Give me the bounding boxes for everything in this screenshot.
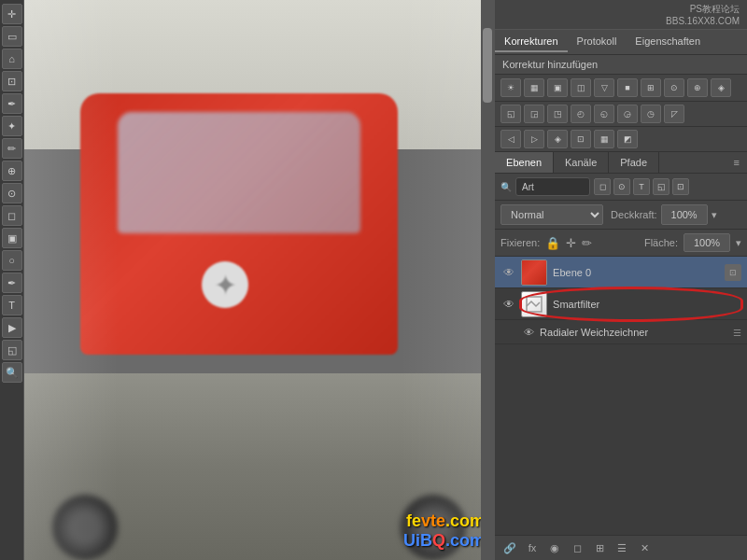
tool-gradient[interactable]: ▣: [2, 228, 22, 248]
icon-extra[interactable]: ◸: [664, 105, 684, 123]
tab-protokoll[interactable]: Protokoll: [568, 32, 627, 52]
fixieren-row: Fixieren: 🔒 ✛ ✏ Fläche: ▾: [495, 230, 747, 257]
canvas-area: ✦ fevte.com UiBQ.com: [24, 0, 494, 560]
icon-color-lookup[interactable]: ◲: [524, 105, 544, 123]
filter-icon-smart[interactable]: ⊡: [672, 178, 689, 195]
fix-icon-move[interactable]: ✛: [566, 236, 576, 250]
tool-shape[interactable]: ◱: [2, 340, 22, 360]
icon-posterize[interactable]: ◴: [571, 105, 591, 123]
toolbar-row3: ◁ ▷ ◈ ⊡ ▦ ◩: [495, 127, 747, 152]
layer-eye-ebene0[interactable]: 👁: [500, 264, 517, 281]
layer-row-smartfilter[interactable]: 👁 Smartfilter: [495, 288, 747, 320]
right-panel: PS教程论坛 BBS.16XX8.COM Korrekturen Protoko…: [494, 0, 747, 560]
watermark: fevte.com UiBQ.com: [403, 511, 485, 551]
tab-eigenschaften[interactable]: Eigenschaften: [626, 32, 710, 52]
bottom-icon-mask[interactable]: ◉: [545, 539, 564, 556]
deckkraft-input[interactable]: [661, 204, 708, 225]
tool-history[interactable]: ⊙: [2, 183, 22, 203]
icon-f[interactable]: ◩: [617, 130, 638, 148]
icon-selective-color[interactable]: ◷: [641, 105, 661, 123]
fix-icon-brush2[interactable]: ✏: [582, 236, 592, 250]
tool-move[interactable]: ✛: [2, 4, 22, 24]
tool-path[interactable]: ▶: [2, 317, 22, 338]
icon-brightness[interactable]: ☀: [500, 78, 521, 97]
layer-thumb-inner-smartfilter: [522, 292, 546, 316]
icon-gradient2[interactable]: ▽: [594, 78, 614, 97]
filter-icon-label: 🔍: [500, 182, 512, 192]
icon-hue-sat[interactable]: ⊞: [641, 78, 661, 97]
icon-curves[interactable]: ▣: [547, 78, 568, 97]
layer-row-radialer[interactable]: 👁 Radialer Weichzeichner ☰: [495, 320, 747, 344]
tool-clone[interactable]: ⊕: [2, 161, 22, 181]
icon-c[interactable]: ◈: [547, 130, 568, 148]
bottom-icon-delete[interactable]: ✕: [635, 539, 654, 556]
icon-a[interactable]: ◁: [500, 130, 521, 148]
icon-d[interactable]: ⊡: [571, 130, 591, 148]
deckkraft-arrow[interactable]: ▾: [712, 209, 717, 221]
filter-icon-adjust[interactable]: ⊙: [613, 178, 630, 195]
layer-eye-radialer[interactable]: 👁: [521, 325, 536, 340]
tool-eyedropper[interactable]: ✒: [2, 93, 22, 114]
filter-input[interactable]: [515, 177, 590, 196]
layer-badge-ebene0: ⊡: [725, 264, 741, 281]
tool-crop[interactable]: ⊡: [2, 71, 22, 91]
tool-select[interactable]: ▭: [2, 26, 22, 47]
layer-thumb-ebene0: [521, 259, 547, 286]
icon-threshold[interactable]: ◵: [594, 105, 614, 123]
icon-b[interactable]: ▷: [524, 130, 544, 148]
layers-panel-wrapper: 👁 Ebene 0 ⊡ 👁: [495, 257, 747, 560]
layers-list: 👁 Ebene 0 ⊡ 👁: [495, 257, 747, 535]
wheel-left: [52, 495, 118, 560]
tool-spot-heal[interactable]: ✦: [2, 116, 22, 136]
canvas-scrollbar[interactable]: [481, 0, 494, 560]
tool-text[interactable]: T: [2, 295, 22, 315]
icon-e[interactable]: ▦: [594, 130, 614, 148]
icon-exposure[interactable]: ◫: [571, 78, 591, 97]
tool-eraser[interactable]: ◻: [2, 205, 22, 226]
scrollbar-thumb[interactable]: [483, 28, 492, 103]
left-toolbar: ✛ ▭ ⌂ ⊡ ✒ ✦ ✏ ⊕ ⊙ ◻ ▣ ○ ✒ T ▶ ◱ 🔍: [0, 0, 24, 560]
layer-name-radialer: Radialer Weichzeichner: [540, 327, 648, 338]
layer-badge-radialer: ☰: [733, 327, 741, 338]
icon-black-white[interactable]: ⊕: [687, 78, 708, 97]
tab-korrekturen[interactable]: Korrekturen: [495, 32, 567, 52]
tool-pen[interactable]: ✒: [2, 273, 22, 293]
toolbar-row1: ☀ ▦ ▣ ◫ ▽ ■ ⊞ ⊙ ⊕ ◈: [495, 75, 747, 102]
icon-invert[interactable]: ◳: [547, 105, 568, 123]
filter-icon-shape2[interactable]: ◱: [653, 178, 669, 195]
flaeche-arrow[interactable]: ▾: [736, 237, 741, 249]
bottom-icon-group[interactable]: ⊞: [590, 539, 609, 556]
flaeche-label: Fläche:: [644, 237, 678, 248]
layer-name-ebene0: Ebene 0: [553, 267, 725, 278]
icon-gradient-map[interactable]: ◶: [617, 105, 638, 123]
tab-expand-icon[interactable]: ≡: [726, 152, 747, 173]
tool-dodge[interactable]: ○: [2, 250, 22, 271]
filter-icon-pixel[interactable]: ◻: [594, 178, 611, 195]
tab-pfade[interactable]: Pfade: [609, 152, 659, 173]
icon-photo-filter[interactable]: ◈: [711, 78, 731, 97]
filter-icon-text[interactable]: T: [633, 178, 650, 195]
truck-windshield: [118, 112, 360, 233]
icon-levels[interactable]: ▦: [524, 78, 544, 97]
watermark-uibo: UiBQ.com: [403, 531, 485, 551]
tab-ebenen[interactable]: Ebenen: [495, 152, 554, 173]
icon-channel-mixer[interactable]: ◱: [500, 105, 521, 123]
fixieren-label: Fixieren:: [500, 237, 540, 248]
fix-icon-lock[interactable]: 🔒: [545, 236, 560, 250]
layer-eye-smartfilter[interactable]: 👁: [500, 296, 517, 313]
bottom-icon-adj[interactable]: ◻: [568, 539, 586, 556]
icon-color-balance[interactable]: ⊙: [664, 78, 684, 97]
icon-vibrance[interactable]: ■: [617, 78, 638, 97]
blend-mode-select[interactable]: Normal Multiplizieren Bildschirm: [500, 204, 603, 225]
flaeche-input[interactable]: [684, 233, 730, 252]
bottom-icon-link[interactable]: 🔗: [500, 539, 519, 556]
tool-lasso[interactable]: ⌂: [2, 49, 22, 69]
bottom-icon-new[interactable]: ☰: [613, 539, 631, 556]
bottom-icon-fx[interactable]: fx: [523, 539, 542, 556]
watermark-fevte: fevte.com: [403, 511, 485, 531]
tab-kanaele[interactable]: Kanäle: [554, 152, 609, 173]
tool-zoom[interactable]: 🔍: [2, 362, 22, 383]
tool-brush[interactable]: ✏: [2, 138, 22, 159]
layer-row-ebene0[interactable]: 👁 Ebene 0 ⊡: [495, 257, 747, 288]
filter-icons: ◻ ⊙ T ◱ ⊡: [594, 178, 689, 195]
